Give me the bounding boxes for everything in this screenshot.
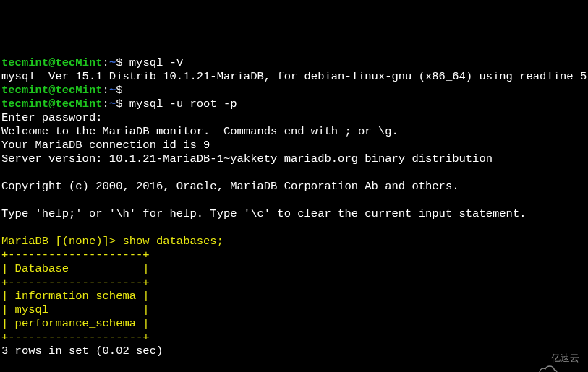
output-copyright: Copyright (c) 2000, 2016, Oracle, MariaD… xyxy=(1,180,459,193)
prompt-dollar: $ xyxy=(116,84,122,97)
table-row: | information_schema | xyxy=(1,290,150,303)
output-version: mysql Ver 15.1 Distrib 10.1.21-MariaDB, … xyxy=(1,70,588,83)
watermark-text: 亿速云 xyxy=(551,351,579,365)
prompt-colon: : xyxy=(103,56,109,69)
output-welcome: Welcome to the MariaDB monitor. Commands… xyxy=(1,125,399,138)
table-border: +--------------------+ xyxy=(1,276,150,289)
prompt-host: tecMint xyxy=(55,84,102,97)
prompt-user: tecmint xyxy=(1,84,48,97)
prompt-dollar: $ xyxy=(116,98,122,111)
output-enter-password: Enter password: xyxy=(1,111,103,124)
output-rows-count: 3 rows in set (0.02 sec) xyxy=(1,345,163,358)
table-header: | Database | xyxy=(1,262,150,275)
table-row: | performance_schema | xyxy=(1,317,150,330)
prompt-dollar: $ xyxy=(116,56,122,69)
table-border: +--------------------+ xyxy=(1,248,150,261)
terminal-output[interactable]: tecmint@tecMint:~$ mysql -V mysql Ver 15… xyxy=(1,56,587,372)
table-border: +--------------------+ xyxy=(1,331,150,344)
table-row: | mysql | xyxy=(1,303,150,316)
prompt-path: ~ xyxy=(109,84,116,97)
prompt-path: ~ xyxy=(109,98,116,111)
cloud-icon xyxy=(528,352,548,365)
command-2 xyxy=(123,84,129,97)
prompt-user: tecmint xyxy=(1,98,48,111)
output-help: Type 'help;' or '\h' for help. Type '\c'… xyxy=(1,207,527,220)
prompt-user: tecmint xyxy=(1,56,48,69)
prompt-host: tecMint xyxy=(55,56,102,69)
output-connection-id: Your MariaDB connection id is 9 xyxy=(1,139,210,152)
prompt-host: tecMint xyxy=(55,98,102,111)
command-3: mysql -u root -p xyxy=(123,98,237,111)
output-server-version: Server version: 10.1.21-MariaDB-1~yakket… xyxy=(1,152,493,165)
mariadb-prompt: MariaDB [(none)]> xyxy=(1,235,122,248)
prompt-colon: : xyxy=(103,98,109,111)
command-1: mysql -V xyxy=(123,56,184,69)
watermark: 亿速云 xyxy=(528,351,579,365)
db-command-1: show databases; xyxy=(122,235,223,248)
prompt-colon: : xyxy=(103,84,109,97)
prompt-path: ~ xyxy=(109,56,116,69)
